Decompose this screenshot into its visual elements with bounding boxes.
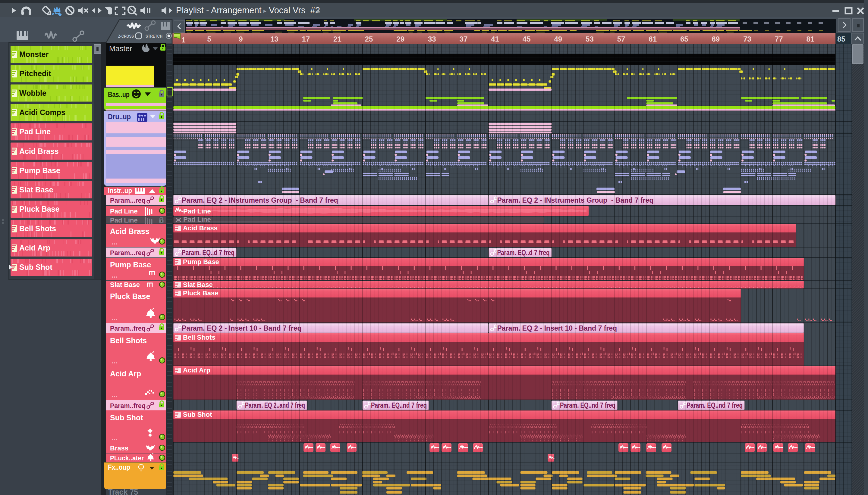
svg-text:Param..freq: Param..freq <box>110 325 146 332</box>
svg-text:53: 53 <box>586 35 594 43</box>
svg-text:Param. EQ 2..and 7 freq: Param. EQ 2..and 7 freq <box>245 402 305 409</box>
svg-text:Fx..oup: Fx..oup <box>108 463 130 471</box>
svg-text:Acid Brass: Acid Brass <box>183 224 218 232</box>
svg-text:Pump Base: Pump Base <box>110 260 151 269</box>
svg-text:Acid Brass: Acid Brass <box>110 227 149 236</box>
svg-text:Instr..up: Instr..up <box>108 187 132 194</box>
svg-text:Track 75: Track 75 <box>108 488 138 495</box>
svg-text:49: 49 <box>554 35 562 43</box>
svg-text:...: ... <box>112 357 117 365</box>
svg-text:PLuck..ater: PLuck..ater <box>110 454 144 462</box>
svg-text:61: 61 <box>649 35 657 43</box>
svg-text:81: 81 <box>806 35 814 43</box>
svg-text:Acid Arp: Acid Arp <box>110 370 141 378</box>
svg-text:...: ... <box>112 433 117 441</box>
svg-text:73: 73 <box>743 35 751 43</box>
svg-text:Param. EQ..nd 7 freq: Param. EQ..nd 7 freq <box>371 402 427 409</box>
svg-text:Param..freq: Param..freq <box>110 402 146 409</box>
svg-text:Sub Shot: Sub Shot <box>183 411 212 418</box>
svg-text:Bas..up: Bas..up <box>108 90 130 99</box>
svg-text:Pad Line: Pad Line <box>110 217 138 224</box>
svg-text:Param. EQ..d 7 freq: Param. EQ..d 7 freq <box>497 249 550 257</box>
svg-text:41: 41 <box>491 35 499 43</box>
svg-text:25: 25 <box>365 35 373 43</box>
svg-text:69: 69 <box>712 35 720 43</box>
svg-text:Dru..up: Dru..up <box>108 113 131 121</box>
svg-text:Bell Shots: Bell Shots <box>183 334 215 341</box>
svg-text:...: ... <box>112 238 117 246</box>
svg-text:9: 9 <box>239 35 243 43</box>
svg-text:Param. EQ..nd 7 freq: Param. EQ..nd 7 freq <box>687 402 743 409</box>
svg-text:17: 17 <box>302 35 310 43</box>
svg-text:85: 85 <box>837 35 846 43</box>
svg-text:33: 33 <box>428 35 436 43</box>
svg-text:45: 45 <box>523 35 531 43</box>
svg-text:...: ... <box>112 391 117 399</box>
svg-text:Pluck Base: Pluck Base <box>110 292 150 301</box>
svg-text:21: 21 <box>333 35 342 43</box>
svg-text:Master: Master <box>109 44 132 53</box>
svg-text:Bell Shots: Bell Shots <box>110 336 147 345</box>
svg-text:Param...req: Param...req <box>110 249 146 257</box>
svg-text:5: 5 <box>207 35 211 43</box>
svg-text:...: ... <box>112 313 117 322</box>
svg-text:Brass: Brass <box>110 444 128 452</box>
svg-text:65: 65 <box>680 35 688 43</box>
svg-text:Slat Base: Slat Base <box>110 281 140 288</box>
svg-text:Sub Shot: Sub Shot <box>110 413 143 422</box>
svg-text:Acid Arp: Acid Arp <box>183 366 210 374</box>
svg-text:13: 13 <box>271 35 278 43</box>
svg-text:77: 77 <box>775 35 783 43</box>
svg-text:...: ... <box>112 271 117 279</box>
svg-text:37: 37 <box>460 35 468 43</box>
svg-text:57: 57 <box>617 35 625 43</box>
svg-text:Param. EQ..d 7 freq: Param. EQ..d 7 freq <box>182 249 234 257</box>
svg-text:Param...req: Param...req <box>110 197 146 204</box>
svg-text:29: 29 <box>396 35 405 43</box>
svg-text:Pad Line: Pad Line <box>110 207 138 215</box>
svg-text:1: 1 <box>181 36 185 44</box>
